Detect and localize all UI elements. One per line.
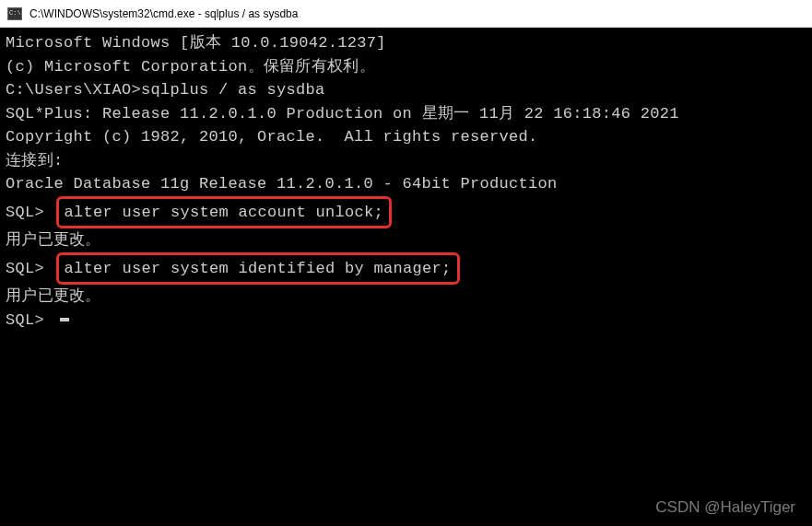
cmd-icon <box>7 7 22 20</box>
terminal-line: C:\Users\XIAO>sqlplus / as sysdba <box>6 78 806 102</box>
terminal-line: Microsoft Windows [版本 10.0.19042.1237] <box>6 31 806 55</box>
shell-prompt: C:\Users\XIAO> <box>6 81 141 99</box>
sql-prompt: SQL> <box>6 201 54 225</box>
window-titlebar[interactable]: C:\WINDOWS\system32\cmd.exe - sqlplus / … <box>0 0 812 28</box>
highlighted-command: alter user system account unlock; <box>56 196 393 229</box>
terminal-line: 用户已更改。 <box>6 228 806 252</box>
window-title: C:\WINDOWS\system32\cmd.exe - sqlplus / … <box>29 7 298 20</box>
shell-command: sqlplus / as sysdba <box>141 81 325 99</box>
sql-line[interactable]: SQL> <box>6 309 806 333</box>
cursor <box>60 318 69 321</box>
sql-line: SQL> alter user system identified by man… <box>6 252 806 286</box>
highlighted-command: alter user system identified by manager; <box>56 252 460 286</box>
terminal-line: 用户已更改。 <box>6 285 806 309</box>
terminal-line: (c) Microsoft Corporation。保留所有权利。 <box>6 55 806 79</box>
sql-line: SQL> alter user system account unlock; <box>6 196 806 229</box>
sql-prompt: SQL> <box>6 257 54 281</box>
terminal-line: Oracle Database 11g Release 11.2.0.1.0 -… <box>6 172 806 196</box>
terminal-line: Copyright (c) 1982, 2010, Oracle. All ri… <box>6 125 806 149</box>
sql-prompt: SQL> <box>6 309 54 333</box>
terminal-line: SQL*Plus: Release 11.2.0.1.0 Production … <box>6 102 806 126</box>
watermark: CSDN @HaleyTiger <box>655 498 795 517</box>
terminal-line: 连接到: <box>6 149 806 173</box>
terminal-output[interactable]: Microsoft Windows [版本 10.0.19042.1237] (… <box>0 28 812 335</box>
